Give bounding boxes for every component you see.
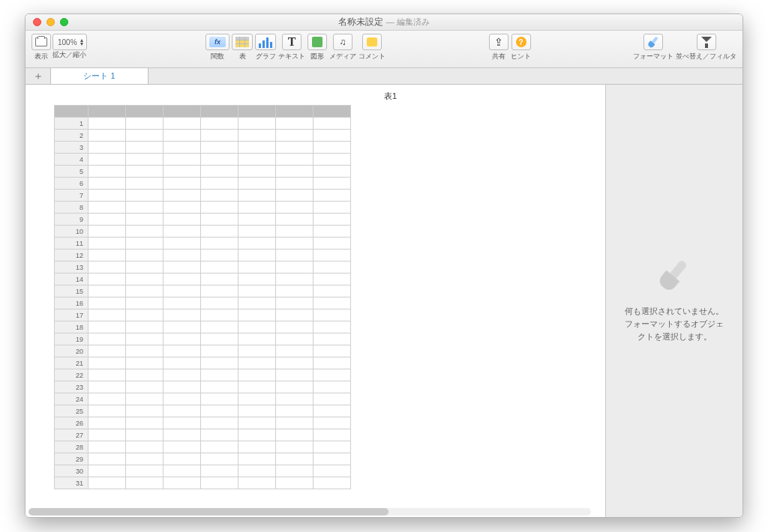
cell[interactable] <box>126 393 164 405</box>
cell[interactable] <box>164 226 201 238</box>
cell[interactable] <box>164 369 201 381</box>
cell[interactable] <box>164 405 201 417</box>
row-number[interactable]: 29 <box>55 453 88 465</box>
cell[interactable] <box>164 357 201 369</box>
cell[interactable] <box>276 405 314 417</box>
scrollbar-thumb[interactable] <box>28 508 388 516</box>
cell[interactable] <box>126 297 164 309</box>
row-number[interactable]: 8 <box>55 202 88 214</box>
cell[interactable] <box>164 441 201 453</box>
cell[interactable] <box>126 477 164 489</box>
row-number[interactable]: 15 <box>55 285 88 297</box>
row-number[interactable]: 22 <box>55 369 88 381</box>
cell[interactable] <box>201 178 238 190</box>
cell[interactable] <box>276 345 314 357</box>
cell[interactable] <box>238 238 276 250</box>
cell[interactable] <box>276 190 314 202</box>
cell[interactable] <box>201 142 238 154</box>
cell[interactable] <box>201 345 238 357</box>
cell[interactable] <box>88 333 126 345</box>
function-button[interactable]: fx <box>206 34 230 50</box>
row-number[interactable]: 5 <box>55 166 88 178</box>
row-number[interactable]: 27 <box>55 429 88 441</box>
cell[interactable] <box>126 130 164 142</box>
corner-cell[interactable] <box>55 106 88 118</box>
text-button[interactable]: T <box>282 34 302 50</box>
cell[interactable] <box>201 118 238 130</box>
cell[interactable] <box>201 465 238 477</box>
row-number[interactable]: 7 <box>55 190 88 202</box>
cell[interactable] <box>201 417 238 429</box>
hint-button[interactable]: ? <box>512 34 531 50</box>
cell[interactable] <box>276 297 314 309</box>
cell[interactable] <box>238 142 276 154</box>
cell[interactable] <box>201 321 238 333</box>
cell[interactable] <box>88 285 126 297</box>
cell[interactable] <box>88 130 126 142</box>
cell[interactable] <box>314 357 351 369</box>
cell[interactable] <box>276 238 314 250</box>
cell[interactable] <box>238 369 276 381</box>
cell[interactable] <box>238 321 276 333</box>
cell[interactable] <box>201 202 238 214</box>
cell[interactable] <box>238 345 276 357</box>
row-number[interactable]: 12 <box>55 250 88 262</box>
row-number[interactable]: 11 <box>55 238 88 250</box>
cell[interactable] <box>201 441 238 453</box>
row-number[interactable]: 31 <box>55 477 88 489</box>
row-number[interactable]: 13 <box>55 262 88 273</box>
cell[interactable] <box>201 130 238 142</box>
cell[interactable] <box>201 369 238 381</box>
cell[interactable] <box>164 453 201 465</box>
cell[interactable] <box>314 345 351 357</box>
cell[interactable] <box>314 285 351 297</box>
cell[interactable] <box>314 393 351 405</box>
cell[interactable] <box>164 214 201 226</box>
row-number[interactable]: 4 <box>55 154 88 166</box>
cell[interactable] <box>238 405 276 417</box>
cell[interactable] <box>164 238 201 250</box>
cell[interactable] <box>238 465 276 477</box>
cell[interactable] <box>126 202 164 214</box>
cell[interactable] <box>164 345 201 357</box>
row-number[interactable]: 23 <box>55 381 88 393</box>
cell[interactable] <box>276 154 314 166</box>
cell[interactable] <box>88 190 126 202</box>
cell[interactable] <box>126 309 164 321</box>
cell[interactable] <box>201 190 238 202</box>
cell[interactable] <box>276 142 314 154</box>
cell[interactable] <box>238 262 276 273</box>
cell[interactable] <box>201 285 238 297</box>
comment-button[interactable] <box>362 34 382 50</box>
cell[interactable] <box>164 417 201 429</box>
cell[interactable] <box>164 309 201 321</box>
cell[interactable] <box>164 190 201 202</box>
cell[interactable] <box>314 214 351 226</box>
cell[interactable] <box>201 214 238 226</box>
cell[interactable] <box>314 465 351 477</box>
tab-sheet-1[interactable]: シート 1 <box>51 68 148 84</box>
cell[interactable] <box>276 214 314 226</box>
cell[interactable] <box>201 405 238 417</box>
cell[interactable] <box>88 381 126 393</box>
cell[interactable] <box>314 190 351 202</box>
cell[interactable] <box>276 166 314 178</box>
add-sheet-button[interactable]: ＋ <box>26 68 51 84</box>
cell[interactable] <box>314 369 351 381</box>
cell[interactable] <box>88 118 126 130</box>
cell[interactable] <box>126 429 164 441</box>
cell[interactable] <box>126 405 164 417</box>
cell[interactable] <box>164 381 201 393</box>
cell[interactable] <box>201 154 238 166</box>
cell[interactable] <box>88 429 126 441</box>
cell[interactable] <box>201 250 238 262</box>
cell[interactable] <box>314 226 351 238</box>
cell[interactable] <box>126 142 164 154</box>
cell[interactable] <box>126 357 164 369</box>
cell[interactable] <box>276 453 314 465</box>
cell[interactable] <box>164 202 201 214</box>
cell[interactable] <box>201 333 238 345</box>
cell[interactable] <box>164 393 201 405</box>
cell[interactable] <box>238 214 276 226</box>
cell[interactable] <box>88 309 126 321</box>
